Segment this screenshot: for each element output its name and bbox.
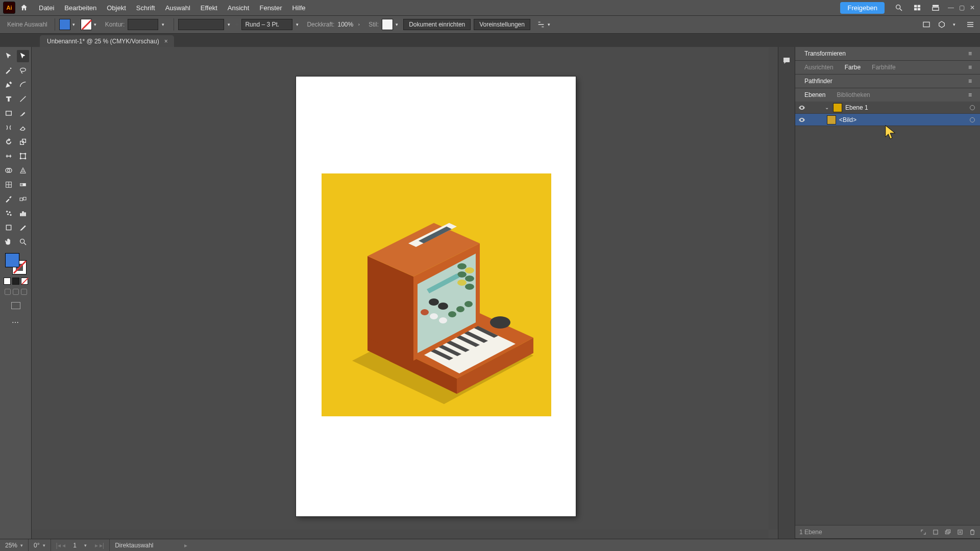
eyedropper-tool[interactable]	[3, 193, 15, 205]
slice-tool[interactable]	[17, 221, 29, 234]
screen-mode[interactable]	[11, 302, 20, 309]
locate-object-icon[interactable]	[920, 529, 927, 536]
brush-dropdown[interactable]: ▾	[295, 19, 300, 30]
layer-row-bild[interactable]: <Bild>	[795, 114, 980, 126]
stroke-swatch[interactable]	[81, 19, 92, 30]
new-layer-icon[interactable]	[957, 529, 964, 536]
tab-bibliotheken[interactable]: Bibliotheken	[831, 89, 875, 101]
tab-farbhilfe[interactable]: Farbhilfe	[867, 62, 901, 73]
status-play-icon[interactable]: ▸	[179, 539, 192, 551]
panel-menu-layers[interactable]: ≡	[963, 89, 977, 101]
shaper-tool[interactable]	[3, 121, 15, 134]
color-mode-none[interactable]	[21, 278, 28, 285]
shape-builder-tool[interactable]	[3, 164, 15, 177]
target-ring-sub[interactable]	[970, 117, 975, 122]
horizontal-scrollbar[interactable]	[32, 530, 769, 539]
draw-normal[interactable]	[5, 289, 11, 295]
tab-ausrichten[interactable]: Ausrichten	[799, 62, 839, 73]
blend-tool[interactable]	[17, 193, 29, 205]
style-swatch[interactable]	[382, 19, 393, 30]
artboard[interactable]	[296, 77, 576, 516]
hand-tool[interactable]	[3, 236, 15, 248]
curvature-tool[interactable]	[17, 79, 29, 91]
menu-objekt[interactable]: Objekt	[103, 2, 130, 14]
menu-auswahl[interactable]: Auswahl	[161, 2, 194, 14]
column-graph-tool[interactable]	[17, 207, 29, 219]
pen-tool[interactable]	[3, 79, 15, 91]
window-close[interactable]: ✕	[970, 4, 975, 11]
color-mode-gradient[interactable]	[12, 278, 19, 285]
layer-row-ebene1[interactable]: ⌄ Ebene 1	[795, 102, 980, 114]
style-dropdown[interactable]: ▾	[394, 19, 399, 30]
menu-fenster[interactable]: Fenster	[255, 2, 286, 14]
align-anchor-dropdown[interactable]: ▾	[547, 19, 552, 30]
rectangle-tool[interactable]	[3, 107, 15, 119]
fill-swatch[interactable]	[59, 19, 70, 30]
rotate-tool[interactable]	[3, 136, 15, 148]
menu-effekt[interactable]: Effekt	[197, 2, 222, 14]
vertical-scrollbar[interactable]	[769, 47, 778, 530]
arrange-button[interactable]	[929, 2, 942, 14]
share-button[interactable]: Freigeben	[840, 2, 885, 14]
visibility-toggle-sub[interactable]	[798, 116, 805, 123]
perspective-grid-tool[interactable]	[17, 164, 29, 177]
magic-wand-tool[interactable]	[3, 64, 15, 77]
fill-color-box[interactable]	[5, 253, 19, 267]
tab-ebenen[interactable]: Ebenen	[799, 89, 830, 101]
free-transform-tool[interactable]	[17, 150, 29, 162]
document-setup-button[interactable]: Dokument einrichten	[403, 19, 471, 30]
vsp-field[interactable]	[178, 19, 224, 30]
color-mode-color[interactable]	[4, 278, 11, 285]
edit-toolbar[interactable]: ⋯	[12, 318, 20, 327]
expand-toggle[interactable]: ⌄	[825, 105, 831, 110]
draw-behind[interactable]	[13, 289, 19, 295]
eraser-tool[interactable]	[17, 121, 29, 134]
selection-tool[interactable]	[3, 50, 15, 62]
stroke-weight-dropdown[interactable]: ▾	[160, 19, 165, 30]
tab-transformieren[interactable]: Transformieren	[799, 48, 851, 59]
menu-ansicht[interactable]: Ansicht	[224, 2, 254, 14]
make-clipmask-icon[interactable]	[932, 529, 939, 536]
direct-selection-tool[interactable]	[17, 50, 29, 62]
window-maximize[interactable]: ▢	[959, 4, 965, 11]
scale-tool[interactable]	[17, 136, 29, 148]
gradient-tool[interactable]	[17, 179, 29, 191]
opacity-dropdown[interactable]: ›	[356, 19, 361, 30]
new-sublayer-icon[interactable]	[944, 529, 951, 536]
tab-pathfinder[interactable]: Pathfinder	[799, 76, 838, 87]
menu-hilfe[interactable]: Hilfe	[288, 2, 310, 14]
artboard-tool[interactable]	[3, 221, 15, 234]
paintbrush-tool[interactable]	[17, 107, 29, 119]
menu-datei[interactable]: Datei	[35, 2, 58, 14]
document-tab[interactable]: Unbenannt-1* @ 25 % (CMYK/Vorschau) ×	[40, 35, 174, 47]
menu-schrift[interactable]: Schrift	[132, 2, 159, 14]
target-ring[interactable]	[970, 105, 975, 110]
panel-menu-pathfinder[interactable]: ≡	[963, 76, 977, 87]
fill-stroke-control[interactable]	[5, 253, 27, 274]
brush-field[interactable]: Rund – 3 Pt.	[241, 19, 292, 30]
menu-bearbeiten[interactable]: Bearbeiten	[60, 2, 101, 14]
stroke-dropdown[interactable]: ▾	[93, 19, 98, 30]
window-minimize[interactable]: —	[948, 4, 954, 11]
home-button[interactable]	[18, 2, 30, 13]
preferences-button[interactable]: Voreinstellungen	[474, 19, 530, 30]
canvas-area[interactable]	[32, 47, 778, 539]
iso-dropdown[interactable]: ▾	[951, 19, 957, 30]
stroke-weight-field[interactable]	[128, 19, 158, 30]
align-anchor-icon[interactable]	[535, 19, 547, 30]
search-button[interactable]	[893, 2, 905, 14]
vsp-dropdown[interactable]: ▾	[226, 19, 231, 30]
isometric-icon[interactable]	[936, 19, 947, 30]
delete-layer-icon[interactable]	[969, 529, 976, 536]
draw-inside[interactable]	[21, 289, 27, 295]
panel-menu-color[interactable]: ≡	[963, 62, 977, 73]
lasso-tool[interactable]	[17, 64, 29, 77]
panel-menu-icon[interactable]	[965, 19, 976, 30]
zoom-field[interactable]: 25%▾	[0, 539, 29, 551]
comments-icon[interactable]	[782, 56, 791, 539]
zoom-tool[interactable]	[17, 236, 29, 248]
line-tool[interactable]	[17, 93, 29, 105]
width-tool[interactable]	[3, 150, 15, 162]
document-tab-close[interactable]: ×	[164, 38, 168, 45]
rotate-field[interactable]: 0°▾	[29, 539, 51, 551]
